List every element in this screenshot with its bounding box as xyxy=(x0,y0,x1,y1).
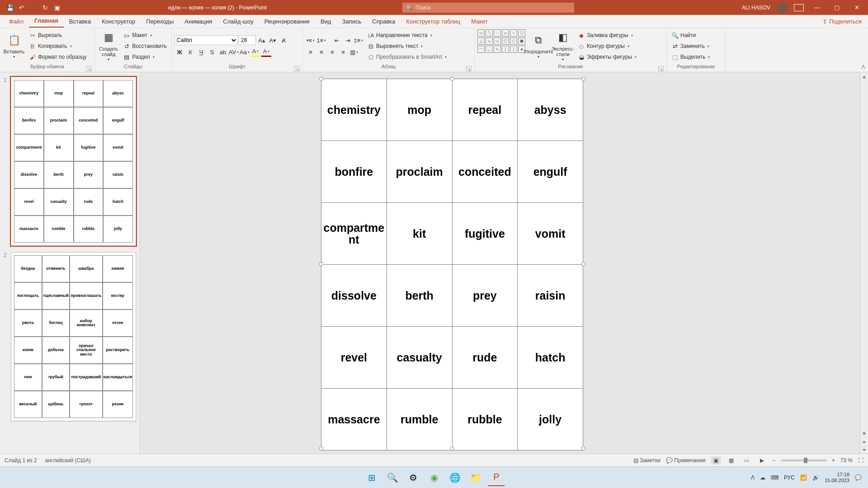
underline-button[interactable]: Ч xyxy=(196,47,206,57)
taskbar-settings-icon[interactable]: ⚙ xyxy=(405,469,422,486)
scroll-down-icon[interactable]: ▼ xyxy=(860,429,868,437)
tray-onedrive-icon[interactable]: ☁ xyxy=(760,474,765,481)
share-button[interactable]: ⇪Поделиться xyxy=(816,15,868,28)
language-status[interactable]: английский (США) xyxy=(45,457,91,464)
vocab-cell[interactable]: hatch xyxy=(518,327,583,388)
reset-button[interactable]: ↺Восстановить xyxy=(121,41,169,51)
vocab-cell[interactable]: bonfire xyxy=(321,141,387,202)
paragraph-dialog-icon[interactable]: ↘ xyxy=(466,66,472,71)
paste-button[interactable]: 📋Вставить▾ xyxy=(3,29,25,63)
align-justify-button[interactable]: ≡ xyxy=(338,47,348,57)
tab-animations[interactable]: Анимация xyxy=(179,15,217,28)
slideshow-view-icon[interactable]: ▶ xyxy=(757,456,767,465)
shapes-gallery[interactable]: ▭╲→▭○⬠ △↘⇨⬠⬡⬣ ◠◡∿{}★ xyxy=(477,29,525,53)
smartart-button[interactable]: ⬡Преобразовать в SmartArt xyxy=(365,52,448,62)
vocab-cell[interactable]: revel xyxy=(321,327,387,388)
redo-icon[interactable]: ↻ xyxy=(41,3,50,12)
collapse-ribbon-icon[interactable]: ᐱ xyxy=(859,28,868,72)
grow-font-icon[interactable]: A▴ xyxy=(257,35,267,45)
quick-styles-button[interactable]: ◧Экспресс-стили▾ xyxy=(552,29,574,63)
taskbar-search-icon[interactable]: 🔍 xyxy=(384,469,401,486)
case-button[interactable]: Aa xyxy=(240,47,250,57)
qat-menu[interactable] xyxy=(64,3,73,12)
vocab-cell[interactable]: massacre xyxy=(321,389,387,450)
vocab-cell[interactable]: fugitive xyxy=(453,203,518,264)
close-button[interactable]: ✕ xyxy=(850,4,863,11)
arrange-button[interactable]: ⧉Упорядочить▾ xyxy=(527,29,550,63)
tray-volume-icon[interactable]: 🔊 xyxy=(812,474,819,481)
tab-view[interactable]: Вид xyxy=(315,15,337,28)
vocab-cell[interactable]: raisin xyxy=(518,265,583,326)
italic-button[interactable]: К xyxy=(185,47,195,57)
shape-outline-button[interactable]: ◇Контур фигуры xyxy=(576,41,638,51)
align-left-button[interactable]: ≡ xyxy=(306,47,316,57)
text-direction-button[interactable]: ↕AНаправление текста xyxy=(365,30,448,40)
save-icon[interactable]: 💾 xyxy=(5,3,14,12)
cut-button[interactable]: ✂Вырезать xyxy=(27,30,89,40)
vocab-cell[interactable]: engulf xyxy=(518,141,583,202)
new-slide-button[interactable]: ▦Создать слайд▾ xyxy=(98,29,119,63)
vocab-cell[interactable]: jolly xyxy=(518,389,583,450)
prev-slide-icon[interactable]: ⏶ xyxy=(860,437,868,446)
undo-icon[interactable]: ↶ xyxy=(17,3,26,12)
tray-ime[interactable]: РУС xyxy=(784,474,795,481)
vocab-cell[interactable]: dissolve xyxy=(321,265,387,326)
comments-button[interactable]: 💬 Примечания xyxy=(666,457,706,464)
line-spacing-button[interactable]: ‡≡ xyxy=(354,35,363,45)
find-button[interactable]: 🔍Найти xyxy=(670,30,712,40)
copy-button[interactable]: ⎘Копировать xyxy=(27,41,89,51)
vocab-cell[interactable]: vomit xyxy=(518,203,583,264)
next-slide-icon[interactable]: ⏷ xyxy=(860,446,868,454)
tab-help[interactable]: Справка xyxy=(367,15,401,28)
slide-counter[interactable]: Слайд 1 из 2 xyxy=(5,457,37,464)
font-dialog-icon[interactable]: ↘ xyxy=(294,66,300,71)
taskbar-chrome-icon[interactable]: 🌐 xyxy=(446,469,463,486)
zoom-slider[interactable] xyxy=(781,460,826,461)
zoom-level[interactable]: 73 % xyxy=(840,457,853,464)
thumb-slide-1[interactable]: 1 chemistrymoprepealabyssbonfireproclaim… xyxy=(4,77,136,246)
tab-insert[interactable]: Вставка xyxy=(64,15,96,28)
shape-fill-button[interactable]: ◆Заливка фигуры xyxy=(576,30,638,40)
font-name-select[interactable]: Calibri xyxy=(175,35,238,45)
spacing-button[interactable]: AV xyxy=(229,47,239,57)
zoom-out-icon[interactable]: − xyxy=(773,457,776,464)
sorter-view-icon[interactable]: ▦ xyxy=(726,456,736,465)
vocab-cell[interactable]: repeal xyxy=(453,79,518,141)
zoom-in-icon[interactable]: + xyxy=(832,457,835,464)
numbering-button[interactable]: 1≡ xyxy=(316,35,326,45)
thumb-slide-2[interactable]: 2 безднаотменитьшвабрахимияпоглощатьтщес… xyxy=(4,252,136,421)
vocab-cell[interactable]: chemistry xyxy=(321,79,387,141)
tab-home[interactable]: Главная xyxy=(29,14,64,28)
fit-window-icon[interactable]: ⛶ xyxy=(858,457,863,464)
undo-menu[interactable] xyxy=(29,3,38,12)
vocab-cell[interactable]: kit xyxy=(387,203,453,264)
drawing-dialog-icon[interactable]: ↘ xyxy=(658,66,664,71)
shape-effects-button[interactable]: ◒Эффекты фигуры xyxy=(576,52,638,62)
clear-format-icon[interactable]: A̷ xyxy=(278,35,288,45)
align-center-button[interactable]: ≡ xyxy=(316,47,326,57)
vocab-cell[interactable]: berth xyxy=(387,265,453,326)
select-button[interactable]: ⬚Выделить xyxy=(670,52,712,62)
indent-dec-button[interactable]: ⇤ xyxy=(332,35,342,45)
indent-inc-button[interactable]: ⇥ xyxy=(343,35,353,45)
align-right-button[interactable]: ≡ xyxy=(327,47,337,57)
tab-slideshow[interactable]: Слайд-шоу xyxy=(217,15,259,28)
bullets-button[interactable]: •≡ xyxy=(306,35,316,45)
vocab-cell[interactable]: rubble xyxy=(453,389,518,450)
tab-transitions[interactable]: Переходы xyxy=(141,15,179,28)
vocab-cell[interactable]: casualty xyxy=(387,327,453,388)
notes-button[interactable]: ▤ Заметки xyxy=(633,457,660,464)
clipboard-dialog-icon[interactable]: ↘ xyxy=(86,66,92,71)
shadow-button[interactable]: ab xyxy=(218,47,228,57)
format-painter-button[interactable]: 🖌Формат по образцу xyxy=(27,52,89,62)
tray-clock[interactable]: 17:1815.08.2023 xyxy=(825,472,849,483)
slide-panel[interactable]: 1 chemistrymoprepealabyssbonfireproclaim… xyxy=(0,72,140,454)
tab-design[interactable]: Конструктор xyxy=(96,15,141,28)
normal-view-icon[interactable]: ▣ xyxy=(711,456,721,465)
tray-notifications-icon[interactable]: 💬 xyxy=(855,474,862,481)
user-name[interactable]: ALI HASOV xyxy=(742,5,770,11)
maximize-button[interactable]: ▢ xyxy=(830,4,844,11)
minimize-button[interactable]: — xyxy=(810,4,824,11)
layout-button[interactable]: ▭Макет xyxy=(121,30,169,40)
align-text-button[interactable]: ⊟Выровнять текст xyxy=(365,41,448,51)
